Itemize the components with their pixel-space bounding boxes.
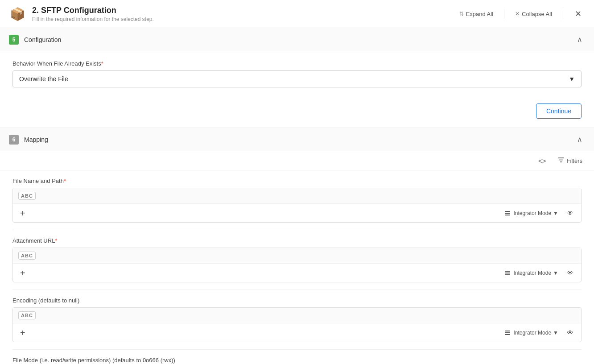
configuration-section-body: Behavior When File Already Exists* Overw… bbox=[0, 51, 594, 96]
page-subtitle: Fill in the required information for the… bbox=[32, 16, 154, 22]
filters-button[interactable]: Filters bbox=[555, 155, 585, 166]
configuration-section-number: 5 bbox=[9, 35, 19, 45]
page-title: 2. SFTP Configuration bbox=[32, 6, 154, 15]
file-name-path-field: File Name and Path* ABC + Integrator Mod… bbox=[12, 170, 582, 230]
attachment-url-actions: Integrator Mode ▼ 👁 bbox=[502, 267, 576, 278]
mapping-section-header: 6 Mapping ∧ bbox=[0, 128, 594, 151]
file-name-path-box: ABC + Integrator Mode ▼ 👁 bbox=[12, 188, 582, 223]
file-name-path-add-button[interactable]: + bbox=[18, 209, 27, 218]
list-icon-1 bbox=[505, 211, 510, 215]
file-name-integrator-mode-button[interactable]: Integrator Mode ▼ bbox=[502, 208, 561, 218]
integrator-dropdown-arrow-1: ▼ bbox=[553, 210, 558, 216]
collapse-all-label: Collapse All bbox=[522, 11, 552, 17]
behavior-field-label: Behavior When File Already Exists* bbox=[12, 60, 582, 67]
integrator-dropdown-arrow-3: ▼ bbox=[553, 330, 558, 336]
file-name-required: * bbox=[64, 178, 66, 184]
close-button[interactable]: ✕ bbox=[571, 8, 585, 20]
page-header: 📦 2. SFTP Configuration Fill in the requ… bbox=[0, 0, 594, 28]
attachment-url-label-text: Attachment URL bbox=[12, 237, 55, 244]
expand-all-button[interactable]: ⇅ Expand All bbox=[457, 9, 496, 19]
list-icon-2 bbox=[505, 271, 510, 275]
file-name-path-label: File Name and Path* bbox=[12, 178, 582, 184]
close-icon: ✕ bbox=[575, 9, 582, 18]
attachment-url-eye-button[interactable]: 👁 bbox=[565, 267, 576, 278]
abc-badge-3: ABC bbox=[18, 311, 36, 319]
eye-icon-2: 👁 bbox=[567, 269, 573, 277]
file-name-eye-button[interactable]: 👁 bbox=[565, 207, 576, 219]
encoding-box: ABC + Integrator Mode ▼ 👁 bbox=[12, 307, 582, 342]
expand-arrows-icon: ⇅ bbox=[459, 11, 464, 17]
behavior-dropdown[interactable]: Overwrite the File ▼ bbox=[12, 70, 582, 87]
attachment-url-label: Attachment URL* bbox=[12, 237, 582, 244]
header-left: 📦 2. SFTP Configuration Fill in the requ… bbox=[9, 5, 154, 22]
mapping-section: 6 Mapping ∧ <> Filters bbox=[0, 128, 594, 364]
mapping-toolbar: <> Filters bbox=[0, 151, 594, 170]
mapping-body: File Name and Path* ABC + Integrator Mod… bbox=[0, 170, 594, 364]
attachment-url-box: ABC + Integrator Mode ▼ 👁 bbox=[12, 248, 582, 282]
configuration-section-header: 5 Configuration ∧ bbox=[0, 28, 594, 51]
configuration-section-title: Configuration bbox=[24, 36, 61, 43]
integrator-mode-label-1: Integrator Mode bbox=[513, 210, 551, 216]
file-name-path-label-text: File Name and Path bbox=[12, 178, 64, 184]
page-container: 📦 2. SFTP Configuration Fill in the requ… bbox=[0, 0, 594, 364]
header-divider2 bbox=[563, 9, 563, 18]
file-name-path-bottom: + Integrator Mode ▼ 👁 bbox=[13, 204, 581, 222]
behavior-dropdown-value: Overwrite the File bbox=[19, 75, 68, 83]
filters-label: Filters bbox=[567, 157, 582, 164]
sftp-icon: 📦 bbox=[9, 5, 26, 22]
continue-button[interactable]: Continue bbox=[536, 103, 582, 119]
behavior-required-marker: * bbox=[101, 60, 103, 67]
encoding-label: Encoding (defaults to null) bbox=[12, 297, 582, 304]
abc-badge-2: ABC bbox=[18, 252, 36, 260]
code-brackets-icon: <> bbox=[538, 157, 546, 165]
eye-icon-1: 👁 bbox=[567, 209, 573, 217]
attachment-url-required: * bbox=[55, 237, 57, 244]
encoding-add-button[interactable]: + bbox=[18, 328, 27, 337]
file-mode-label-text: File Mode (i.e. read/write permissions) … bbox=[12, 357, 175, 364]
attachment-url-field: Attachment URL* ABC + Integrator Mode ▼ bbox=[12, 230, 582, 290]
configuration-section: 5 Configuration ∧ Behavior When File Alr… bbox=[0, 28, 594, 128]
integrator-mode-label-3: Integrator Mode bbox=[513, 330, 551, 336]
filters-icon bbox=[558, 157, 565, 165]
collapse-all-button[interactable]: ✕ Collapse All bbox=[512, 9, 555, 19]
attachment-url-top: ABC bbox=[13, 248, 581, 264]
behavior-label-text: Behavior When File Already Exists bbox=[12, 60, 101, 67]
mapping-collapse-button[interactable]: ∧ bbox=[574, 134, 585, 145]
section-header-left: 5 Configuration bbox=[9, 35, 61, 45]
attachment-url-bottom: + Integrator Mode ▼ 👁 bbox=[13, 264, 581, 282]
attachment-url-integrator-mode-button[interactable]: Integrator Mode ▼ bbox=[502, 268, 561, 278]
code-view-button[interactable]: <> bbox=[536, 155, 549, 166]
dropdown-arrow-icon: ▼ bbox=[569, 75, 575, 83]
encoding-top: ABC bbox=[13, 308, 581, 323]
abc-badge-1: ABC bbox=[18, 192, 36, 200]
file-mode-field: File Mode (i.e. read/write permissions) … bbox=[12, 350, 582, 364]
attachment-url-add-button[interactable]: + bbox=[18, 269, 27, 277]
collapse-icon: ✕ bbox=[515, 11, 520, 17]
list-icon-3 bbox=[505, 331, 510, 335]
mapping-section-title: Mapping bbox=[24, 136, 48, 143]
encoding-label-text: Encoding (defaults to null) bbox=[12, 297, 79, 304]
eye-icon-3: 👁 bbox=[567, 329, 573, 336]
file-name-path-top: ABC bbox=[13, 188, 581, 204]
mapping-header-left: 6 Mapping bbox=[9, 135, 48, 145]
encoding-field: Encoding (defaults to null) ABC + Integr… bbox=[12, 290, 582, 350]
encoding-eye-button[interactable]: 👁 bbox=[565, 327, 576, 338]
configuration-collapse-button[interactable]: ∧ bbox=[574, 34, 585, 45]
header-text: 2. SFTP Configuration Fill in the requir… bbox=[32, 6, 154, 22]
file-name-path-actions: Integrator Mode ▼ 👁 bbox=[502, 207, 576, 219]
header-divider bbox=[504, 9, 504, 18]
continue-row: Continue bbox=[0, 96, 594, 128]
encoding-integrator-mode-button[interactable]: Integrator Mode ▼ bbox=[502, 328, 561, 338]
integrator-mode-label-2: Integrator Mode bbox=[513, 270, 551, 276]
file-mode-label: File Mode (i.e. read/write permissions) … bbox=[12, 357, 582, 364]
mapping-section-number: 6 bbox=[9, 135, 19, 145]
integrator-dropdown-arrow-2: ▼ bbox=[553, 270, 558, 276]
expand-all-label: Expand All bbox=[466, 11, 493, 17]
header-actions: ⇅ Expand All ✕ Collapse All ✕ bbox=[457, 8, 585, 20]
encoding-bottom: + Integrator Mode ▼ 👁 bbox=[13, 323, 581, 342]
encoding-actions: Integrator Mode ▼ 👁 bbox=[502, 327, 576, 338]
